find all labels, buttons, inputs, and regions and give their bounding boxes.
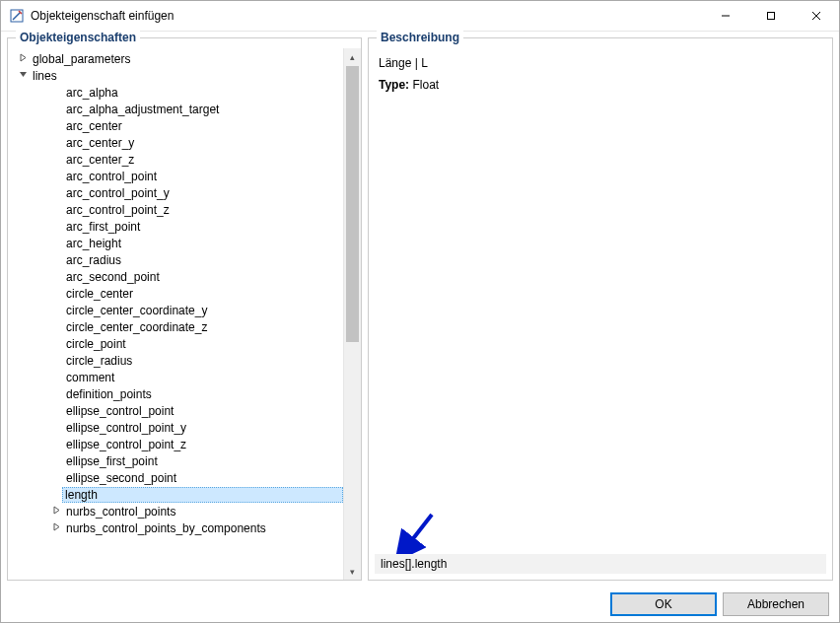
maximize-button[interactable] — [748, 1, 794, 31]
tree-item-label: ellipse_second_point — [63, 470, 179, 486]
tree-item-label: arc_height — [63, 236, 124, 251]
tree-item-label: nurbs_control_points_by_components — [63, 520, 269, 536]
tree-item-label: circle_center — [63, 286, 136, 302]
svg-line-2 — [404, 515, 432, 550]
tree-group[interactable]: lines — [12, 67, 343, 84]
tree-item[interactable]: nurbs_control_points_by_components — [12, 519, 343, 536]
tree-group[interactable]: global_parameters — [12, 50, 343, 67]
tree-item-label: length — [62, 487, 343, 503]
chevron-down-icon[interactable] — [16, 70, 30, 81]
tree-item-label: arc_alpha_adjustment_target — [63, 102, 222, 117]
tree-item-label: lines — [30, 68, 60, 84]
tree-item-label: circle_radius — [63, 353, 135, 369]
tree-item[interactable]: arc_radius — [12, 251, 343, 268]
tree-item-label: circle_center_coordinate_z — [63, 319, 210, 335]
close-button[interactable] — [794, 1, 839, 31]
tree-item-label: arc_center — [63, 118, 125, 134]
app-icon — [9, 8, 25, 24]
annotation-arrow-icon — [392, 511, 440, 558]
tree-item-label: arc_second_point — [63, 269, 163, 285]
description-panel: Beschreibung Länge | L Type: Float lines… — [368, 37, 833, 581]
chevron-right-icon[interactable] — [49, 506, 63, 517]
tree-item[interactable]: arc_control_point — [12, 168, 343, 184]
chevron-right-icon[interactable] — [16, 53, 30, 64]
description-text: Länge | L — [379, 56, 822, 70]
tree-item[interactable]: circle_center_coordinate_z — [12, 318, 343, 335]
dialog-window: Objekteigenschaft einfügen Objekteigensc… — [0, 0, 840, 623]
tree-item[interactable]: ellipse_second_point — [12, 469, 343, 486]
tree-item[interactable]: circle_center_coordinate_y — [12, 302, 343, 318]
tree-item[interactable]: ellipse_first_point — [12, 452, 343, 469]
tree-item[interactable]: arc_center_y — [12, 134, 343, 151]
tree-item[interactable]: arc_alpha — [12, 84, 343, 101]
tree-item-label: nurbs_control_points — [63, 504, 178, 519]
tree-item-label: ellipse_control_point_z — [63, 437, 189, 452]
tree-item[interactable]: ellipse_control_point_z — [12, 436, 343, 452]
svg-rect-1 — [768, 13, 775, 20]
properties-panel-body: global_parameterslinesarc_alphaarc_alpha… — [8, 48, 361, 580]
property-tree[interactable]: global_parameterslinesarc_alphaarc_alpha… — [8, 48, 343, 580]
tree-item[interactable]: ellipse_control_point_y — [12, 419, 343, 436]
tree-item[interactable]: arc_second_point — [12, 268, 343, 285]
tree-item-label: ellipse_control_point_y — [63, 420, 189, 436]
dialog-content: Objekteigenschaften global_parameterslin… — [1, 32, 839, 587]
chevron-right-icon[interactable] — [49, 522, 63, 533]
dialog-footer: OK Abbrechen — [1, 587, 839, 622]
tree-item-label: ellipse_first_point — [63, 453, 161, 469]
tree-item[interactable]: nurbs_control_points — [12, 503, 343, 519]
tree-item[interactable]: definition_points — [12, 385, 343, 402]
cancel-button[interactable]: Abbrechen — [723, 592, 829, 616]
tree-item[interactable]: arc_first_point — [12, 218, 343, 235]
tree-item[interactable]: arc_center_z — [12, 151, 343, 168]
description-type: Type: Float — [379, 78, 822, 92]
tree-item[interactable]: comment — [12, 369, 343, 385]
tree-item-label: arc_center_y — [63, 135, 137, 151]
minimize-button[interactable] — [703, 1, 748, 31]
properties-panel-title: Objekteigenschaften — [16, 31, 140, 44]
window-title: Objekteigenschaft einfügen — [31, 9, 703, 23]
tree-item[interactable]: arc_center — [12, 117, 343, 134]
type-value: Float — [412, 78, 439, 92]
properties-panel: Objekteigenschaften global_parameterslin… — [7, 37, 362, 581]
tree-item-label: circle_point — [63, 336, 129, 352]
tree-item-label: arc_center_z — [63, 152, 137, 168]
tree-item[interactable]: circle_center — [12, 285, 343, 302]
window-controls — [703, 1, 839, 31]
tree-item-label: arc_alpha — [63, 85, 121, 101]
tree-item[interactable]: arc_alpha_adjustment_target — [12, 101, 343, 117]
tree-item-label: definition_points — [63, 386, 155, 402]
tree-item[interactable]: ellipse_control_point — [12, 402, 343, 419]
tree-item-label: arc_control_point_y — [63, 185, 173, 201]
ok-button[interactable]: OK — [610, 592, 717, 616]
tree-item-label: arc_control_point — [63, 169, 160, 184]
tree-item[interactable]: arc_control_point_y — [12, 184, 343, 201]
scroll-down-icon[interactable]: ▾ — [344, 563, 361, 580]
tree-item-label: arc_first_point — [63, 219, 143, 235]
tree-item[interactable]: length — [12, 486, 343, 503]
titlebar: Objekteigenschaft einfügen — [1, 1, 839, 32]
scroll-up-icon[interactable]: ▴ — [344, 48, 361, 65]
property-path-box: lines[].length — [375, 554, 826, 574]
scroll-thumb[interactable] — [346, 66, 359, 342]
tree-scrollbar[interactable]: ▴ ▾ — [343, 48, 361, 580]
tree-item-label: arc_control_point_z — [63, 202, 173, 218]
tree-wrap: global_parameterslinesarc_alphaarc_alpha… — [8, 48, 361, 580]
tree-item-label: circle_center_coordinate_y — [63, 303, 210, 318]
tree-item[interactable]: arc_control_point_z — [12, 201, 343, 218]
tree-item-label: global_parameters — [30, 51, 133, 67]
tree-item[interactable]: arc_height — [12, 235, 343, 251]
tree-item[interactable]: circle_point — [12, 335, 343, 352]
type-label: Type: — [379, 78, 409, 92]
description-panel-title: Beschreibung — [377, 31, 463, 44]
tree-item[interactable]: circle_radius — [12, 352, 343, 369]
tree-item-label: arc_radius — [63, 252, 124, 268]
tree-item-label: ellipse_control_point — [63, 403, 176, 419]
description-body: Länge | L Type: Float lines[].length — [369, 48, 832, 580]
tree-item-label: comment — [63, 370, 117, 385]
